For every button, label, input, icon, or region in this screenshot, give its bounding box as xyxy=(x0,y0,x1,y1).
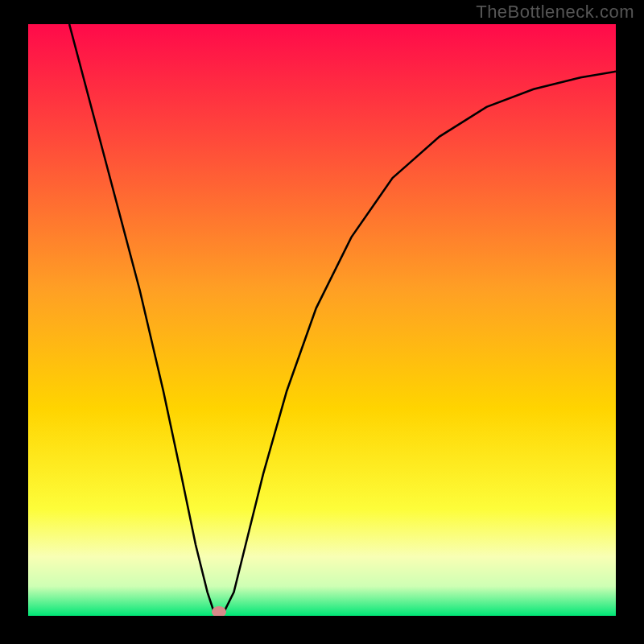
curve-svg xyxy=(28,24,616,616)
plot-area xyxy=(28,24,616,616)
chart-container: TheBottleneck.com xyxy=(0,0,644,644)
watermark-label: TheBottleneck.com xyxy=(476,2,634,23)
minimum-marker xyxy=(212,606,226,616)
bottleneck-curve xyxy=(69,24,616,614)
